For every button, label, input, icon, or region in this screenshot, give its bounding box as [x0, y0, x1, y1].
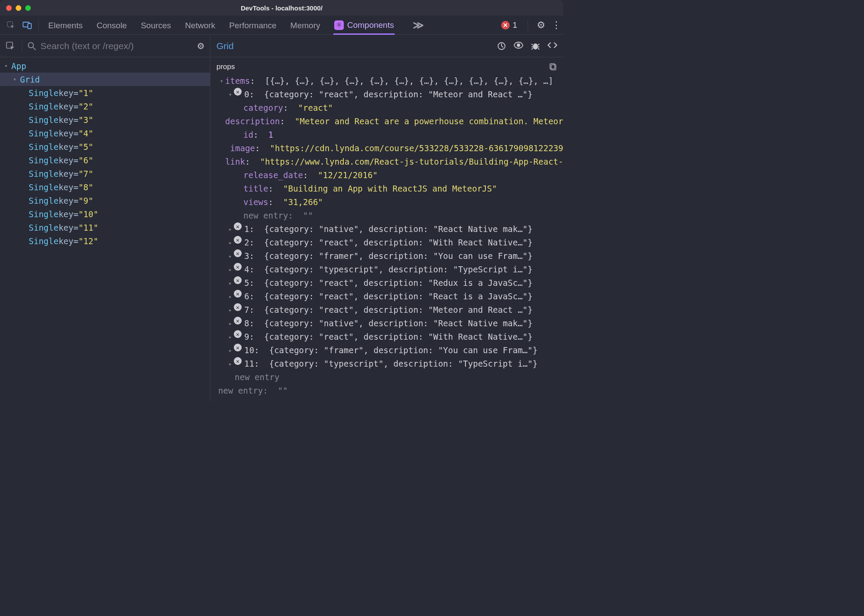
error-indicator[interactable]: ✕ 1	[501, 20, 519, 30]
prop-items[interactable]: ▾ items: [{…}, {…}, {…}, {…}, {…}, {…}, …	[210, 74, 563, 88]
tree-node-single[interactable]: Single key="6"	[0, 153, 210, 167]
object-summary: {category: "react", description: "Redux …	[264, 276, 533, 290]
array-item[interactable]: ▸✕2: {category: "react", description: "W…	[210, 236, 563, 249]
tab-network[interactable]: Network	[184, 17, 216, 34]
delete-icon[interactable]: ✕	[234, 317, 242, 325]
component-search-input[interactable]	[40, 41, 193, 51]
key-value: "12"	[78, 236, 98, 246]
device-toolbar-icon[interactable]	[21, 19, 34, 32]
tab-performance[interactable]: Performance	[228, 17, 277, 34]
selected-component-name: Grid	[216, 41, 234, 51]
delete-icon[interactable]: ✕	[234, 88, 242, 96]
key-value: "7"	[78, 169, 93, 179]
delete-icon[interactable]: ✕	[234, 222, 242, 230]
traffic-lights	[6, 5, 31, 11]
prop-field-link[interactable]: link: "https://www.lynda.com/React-js-tu…	[210, 155, 563, 169]
key-value: "2"	[78, 102, 93, 111]
tree-node-single[interactable]: Single key="11"	[0, 221, 210, 234]
key-value: "10"	[78, 209, 98, 219]
select-component-icon[interactable]	[4, 41, 17, 51]
tree-node-single[interactable]: Single key="2"	[0, 99, 210, 113]
component-name: Single	[29, 115, 59, 125]
array-item[interactable]: ▸✕1: {category: "native", description: "…	[210, 222, 563, 236]
prop-field-category[interactable]: category: "react"	[210, 101, 563, 115]
tree-node-single[interactable]: Single key="1"	[0, 86, 210, 99]
new-entry-array[interactable]: new entry	[210, 371, 563, 384]
delete-icon[interactable]: ✕	[234, 249, 242, 257]
prop-field-title[interactable]: title: "Building an App with ReactJS and…	[210, 182, 563, 195]
more-tabs-icon[interactable]: ≫	[413, 19, 424, 31]
key-value: "9"	[78, 196, 93, 205]
prop-field-image[interactable]: image: "https://cdn.lynda.com/course/533…	[210, 142, 563, 155]
tab-console[interactable]: Console	[96, 17, 128, 34]
key-label: key	[59, 223, 73, 232]
prop-field-id[interactable]: id: 1	[210, 128, 563, 142]
array-item[interactable]: ▸✕3: {category: "framer", description: "…	[210, 249, 563, 263]
component-tree-pane: ⚙ ▾ App ▾ Grid Single key="1"Single key=…	[0, 35, 210, 401]
delete-icon[interactable]: ✕	[234, 236, 242, 244]
prop-value: "https://www.lynda.com/React-js-tutorial…	[260, 155, 563, 169]
component-name: Single	[29, 209, 59, 219]
delete-icon[interactable]: ✕	[234, 330, 242, 338]
inspect-element-icon[interactable]	[4, 19, 17, 32]
array-item[interactable]: ▸✕11: {category: "typescript", descripti…	[210, 357, 563, 371]
delete-icon[interactable]: ✕	[234, 303, 242, 311]
bug-icon[interactable]	[531, 42, 540, 50]
chevron-down-icon: ▾	[227, 88, 234, 101]
array-item[interactable]: ▸✕10: {category: "framer", description: …	[210, 344, 563, 357]
prop-field-description[interactable]: description: "Meteor and React are a pow…	[210, 115, 563, 128]
chevron-right-icon: ▸	[227, 249, 234, 263]
kebab-menu-icon[interactable]: ⋮	[552, 20, 561, 31]
array-item-0[interactable]: ▾ ✕ 0: {category: "react", description: …	[210, 88, 563, 101]
array-item[interactable]: ▸✕7: {category: "react", description: "M…	[210, 303, 563, 317]
tree-node-single[interactable]: Single key="8"	[0, 180, 210, 194]
tree-node-app[interactable]: ▾ App	[0, 59, 210, 73]
key-value: "1"	[78, 88, 93, 98]
array-item[interactable]: ▸✕5: {category: "react", description: "R…	[210, 276, 563, 290]
tree-node-single[interactable]: Single key="5"	[0, 140, 210, 153]
tree-node-single[interactable]: Single key="12"	[0, 234, 210, 248]
delete-icon[interactable]: ✕	[234, 357, 242, 365]
new-entry-inner[interactable]: new entry: ""	[210, 209, 563, 222]
key-value: "8"	[78, 182, 93, 192]
view-source-icon[interactable]	[548, 42, 557, 50]
prop-field-views[interactable]: views: "31,266"	[210, 195, 563, 209]
tabbar-right: ✕ 1 ⚙ ⋮	[501, 19, 561, 31]
settings-icon[interactable]: ⚙	[537, 20, 545, 31]
close-window-button[interactable]	[6, 5, 12, 11]
delete-icon[interactable]: ✕	[234, 344, 242, 351]
tab-memory[interactable]: Memory	[289, 17, 321, 34]
eye-icon[interactable]	[514, 42, 523, 50]
array-index: 8	[244, 317, 249, 330]
tree-node-single[interactable]: Single key="3"	[0, 113, 210, 126]
object-summary: {category: "typescript", description: "T…	[264, 263, 533, 276]
array-index: 4	[244, 263, 249, 276]
suspense-icon[interactable]	[497, 42, 506, 50]
tab-sources[interactable]: Sources	[140, 17, 172, 34]
prop-key: items	[225, 74, 250, 88]
tab-components[interactable]: ⚛ Components	[333, 16, 395, 35]
svg-line-8	[502, 46, 503, 47]
delete-icon[interactable]: ✕	[234, 290, 242, 298]
react-settings-icon[interactable]: ⚙	[197, 41, 205, 51]
chevron-right-icon: ▸	[227, 263, 234, 276]
devtools-tabbar: Elements Console Sources Network Perform…	[0, 16, 563, 35]
delete-icon[interactable]: ✕	[234, 276, 242, 284]
tree-node-single[interactable]: Single key="4"	[0, 126, 210, 140]
prop-field-release_date[interactable]: release_date: "12/21/2016"	[210, 169, 563, 182]
tree-node-single[interactable]: Single key="10"	[0, 207, 210, 221]
new-entry-outer[interactable]: new entry: ""	[210, 384, 563, 397]
maximize-window-button[interactable]	[25, 5, 31, 11]
minimize-window-button[interactable]	[16, 5, 21, 11]
array-item[interactable]: ▸✕4: {category: "typescript", descriptio…	[210, 263, 563, 276]
tree-node-grid[interactable]: ▾ Grid	[0, 73, 210, 86]
array-item[interactable]: ▸✕9: {category: "react", description: "W…	[210, 330, 563, 344]
tree-node-single[interactable]: Single key="7"	[0, 167, 210, 180]
array-item[interactable]: ▸✕8: {category: "native", description: "…	[210, 317, 563, 330]
chevron-right-icon: ▸	[227, 276, 234, 290]
tree-node-single[interactable]: Single key="9"	[0, 194, 210, 207]
delete-icon[interactable]: ✕	[234, 263, 242, 271]
tab-elements[interactable]: Elements	[47, 17, 83, 34]
array-item[interactable]: ▸✕6: {category: "react", description: "R…	[210, 290, 563, 303]
copy-icon[interactable]	[549, 63, 557, 71]
